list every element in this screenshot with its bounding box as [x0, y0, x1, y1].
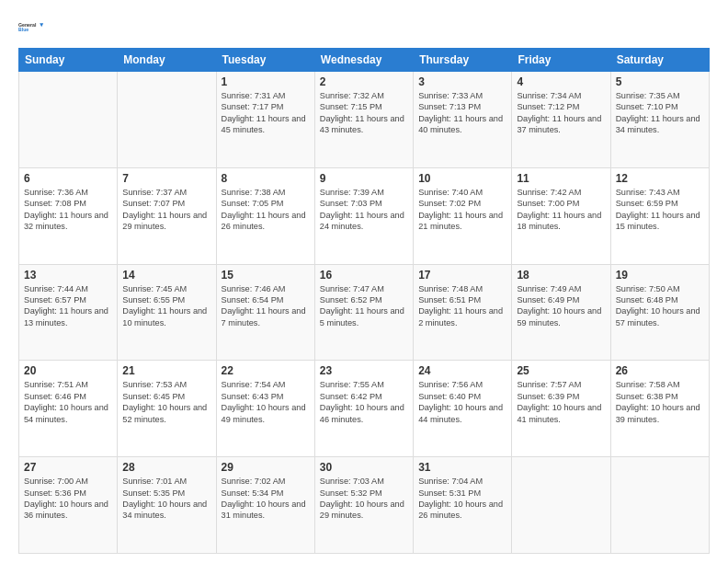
calendar-header-row: SundayMondayTuesdayWednesdayThursdayFrid…: [19, 49, 710, 72]
cell-sun-info: Sunrise: 7:56 AM Sunset: 6:40 PM Dayligh…: [418, 379, 506, 425]
day-number: 1: [222, 75, 310, 88]
calendar-cell: 28Sunrise: 7:01 AM Sunset: 5:35 PM Dayli…: [118, 457, 216, 554]
cell-sun-info: Sunrise: 7:38 AM Sunset: 7:05 PM Dayligh…: [222, 187, 310, 233]
day-number: 9: [320, 172, 408, 185]
day-number: 2: [320, 75, 408, 88]
calendar-cell: 20Sunrise: 7:51 AM Sunset: 6:46 PM Dayli…: [19, 361, 118, 457]
cell-sun-info: Sunrise: 7:45 AM Sunset: 6:55 PM Dayligh…: [122, 283, 210, 329]
cell-sun-info: Sunrise: 7:01 AM Sunset: 5:35 PM Dayligh…: [122, 476, 210, 522]
cell-sun-info: Sunrise: 7:37 AM Sunset: 7:07 PM Dayligh…: [122, 187, 210, 233]
calendar-cell: 17Sunrise: 7:48 AM Sunset: 6:51 PM Dayli…: [414, 264, 512, 361]
cell-sun-info: Sunrise: 7:54 AM Sunset: 6:43 PM Dayligh…: [222, 379, 310, 425]
cell-sun-info: Sunrise: 7:57 AM Sunset: 6:39 PM Dayligh…: [517, 379, 605, 425]
cell-sun-info: Sunrise: 7:33 AM Sunset: 7:13 PM Dayligh…: [418, 90, 506, 136]
week-row-1: 1Sunrise: 7:31 AM Sunset: 7:17 PM Daylig…: [19, 72, 710, 168]
calendar-cell: 15Sunrise: 7:46 AM Sunset: 6:54 PM Dayli…: [216, 264, 314, 361]
calendar-cell: 1Sunrise: 7:31 AM Sunset: 7:17 PM Daylig…: [216, 72, 314, 168]
calendar-cell: 16Sunrise: 7:47 AM Sunset: 6:52 PM Dayli…: [314, 264, 413, 361]
calendar-col-monday: Monday: [118, 49, 216, 72]
logo: GeneralBlue: [18, 15, 44, 40]
calendar-cell: [512, 457, 610, 554]
day-number: 28: [122, 461, 210, 474]
day-number: 5: [616, 75, 704, 88]
cell-sun-info: Sunrise: 7:44 AM Sunset: 6:57 PM Dayligh…: [24, 283, 112, 329]
cell-sun-info: Sunrise: 7:43 AM Sunset: 6:59 PM Dayligh…: [616, 187, 704, 233]
day-number: 20: [24, 364, 112, 377]
svg-text:Blue: Blue: [18, 27, 28, 32]
day-number: 19: [616, 269, 704, 282]
day-number: 6: [24, 172, 112, 185]
calendar-cell: [118, 72, 216, 168]
calendar-cell: 18Sunrise: 7:49 AM Sunset: 6:49 PM Dayli…: [512, 264, 610, 361]
calendar-cell: 22Sunrise: 7:54 AM Sunset: 6:43 PM Dayli…: [216, 361, 314, 457]
calendar-table: SundayMondayTuesdayWednesdayThursdayFrid…: [18, 48, 710, 554]
calendar-cell: [19, 72, 118, 168]
day-number: 31: [418, 461, 506, 474]
day-number: 7: [122, 172, 210, 185]
calendar-cell: 24Sunrise: 7:56 AM Sunset: 6:40 PM Dayli…: [414, 361, 512, 457]
day-number: 24: [418, 364, 506, 377]
day-number: 18: [517, 269, 605, 282]
day-number: 26: [616, 364, 704, 377]
calendar-cell: 29Sunrise: 7:02 AM Sunset: 5:34 PM Dayli…: [216, 457, 314, 554]
cell-sun-info: Sunrise: 7:04 AM Sunset: 5:31 PM Dayligh…: [418, 476, 506, 522]
calendar-cell: 26Sunrise: 7:58 AM Sunset: 6:38 PM Dayli…: [610, 361, 709, 457]
cell-sun-info: Sunrise: 7:49 AM Sunset: 6:49 PM Dayligh…: [517, 283, 605, 329]
cell-sun-info: Sunrise: 7:51 AM Sunset: 6:46 PM Dayligh…: [24, 379, 112, 425]
day-number: 4: [517, 75, 605, 88]
day-number: 11: [517, 172, 605, 185]
calendar-col-wednesday: Wednesday: [314, 49, 413, 72]
cell-sun-info: Sunrise: 7:47 AM Sunset: 6:52 PM Dayligh…: [320, 283, 408, 329]
cell-sun-info: Sunrise: 7:31 AM Sunset: 7:17 PM Dayligh…: [222, 90, 310, 136]
day-number: 23: [320, 364, 408, 377]
calendar-cell: 19Sunrise: 7:50 AM Sunset: 6:48 PM Dayli…: [610, 264, 709, 361]
day-number: 14: [122, 269, 210, 282]
day-number: 15: [222, 269, 310, 282]
cell-sun-info: Sunrise: 7:40 AM Sunset: 7:02 PM Dayligh…: [418, 187, 506, 233]
page: GeneralBlue SundayMondayTuesdayWednesday…: [0, 0, 728, 563]
day-number: 10: [418, 172, 506, 185]
week-row-2: 6Sunrise: 7:36 AM Sunset: 7:08 PM Daylig…: [19, 167, 710, 264]
day-number: 17: [418, 269, 506, 282]
day-number: 8: [222, 172, 310, 185]
svg-marker-2: [40, 23, 43, 27]
day-number: 21: [122, 364, 210, 377]
calendar-cell: 8Sunrise: 7:38 AM Sunset: 7:05 PM Daylig…: [216, 167, 314, 264]
calendar-cell: [610, 457, 709, 554]
day-number: 12: [616, 172, 704, 185]
calendar-col-tuesday: Tuesday: [216, 49, 314, 72]
cell-sun-info: Sunrise: 7:03 AM Sunset: 5:32 PM Dayligh…: [320, 476, 408, 522]
cell-sun-info: Sunrise: 7:02 AM Sunset: 5:34 PM Dayligh…: [222, 476, 310, 522]
calendar-cell: 23Sunrise: 7:55 AM Sunset: 6:42 PM Dayli…: [314, 361, 413, 457]
cell-sun-info: Sunrise: 7:00 AM Sunset: 5:36 PM Dayligh…: [24, 476, 112, 522]
logo-icon: GeneralBlue: [18, 15, 44, 40]
day-number: 25: [517, 364, 605, 377]
svg-text:General: General: [18, 22, 37, 28]
cell-sun-info: Sunrise: 7:39 AM Sunset: 7:03 PM Dayligh…: [320, 187, 408, 233]
cell-sun-info: Sunrise: 7:58 AM Sunset: 6:38 PM Dayligh…: [616, 379, 704, 425]
calendar-col-thursday: Thursday: [414, 49, 512, 72]
calendar-cell: 27Sunrise: 7:00 AM Sunset: 5:36 PM Dayli…: [19, 457, 118, 554]
cell-sun-info: Sunrise: 7:50 AM Sunset: 6:48 PM Dayligh…: [616, 283, 704, 329]
calendar-cell: 30Sunrise: 7:03 AM Sunset: 5:32 PM Dayli…: [314, 457, 413, 554]
day-number: 16: [320, 269, 408, 282]
calendar-col-friday: Friday: [512, 49, 610, 72]
cell-sun-info: Sunrise: 7:32 AM Sunset: 7:15 PM Dayligh…: [320, 90, 408, 136]
cell-sun-info: Sunrise: 7:55 AM Sunset: 6:42 PM Dayligh…: [320, 379, 408, 425]
calendar-cell: 10Sunrise: 7:40 AM Sunset: 7:02 PM Dayli…: [414, 167, 512, 264]
header: GeneralBlue: [18, 15, 710, 40]
week-row-4: 20Sunrise: 7:51 AM Sunset: 6:46 PM Dayli…: [19, 361, 710, 457]
calendar-cell: 3Sunrise: 7:33 AM Sunset: 7:13 PM Daylig…: [414, 72, 512, 168]
calendar-cell: 9Sunrise: 7:39 AM Sunset: 7:03 PM Daylig…: [314, 167, 413, 264]
cell-sun-info: Sunrise: 7:36 AM Sunset: 7:08 PM Dayligh…: [24, 187, 112, 233]
calendar-cell: 21Sunrise: 7:53 AM Sunset: 6:45 PM Dayli…: [118, 361, 216, 457]
calendar-cell: 7Sunrise: 7:37 AM Sunset: 7:07 PM Daylig…: [118, 167, 216, 264]
cell-sun-info: Sunrise: 7:48 AM Sunset: 6:51 PM Dayligh…: [418, 283, 506, 329]
cell-sun-info: Sunrise: 7:46 AM Sunset: 6:54 PM Dayligh…: [222, 283, 310, 329]
calendar-cell: 4Sunrise: 7:34 AM Sunset: 7:12 PM Daylig…: [512, 72, 610, 168]
calendar-cell: 13Sunrise: 7:44 AM Sunset: 6:57 PM Dayli…: [19, 264, 118, 361]
calendar-col-sunday: Sunday: [19, 49, 118, 72]
calendar-cell: 2Sunrise: 7:32 AM Sunset: 7:15 PM Daylig…: [314, 72, 413, 168]
day-number: 30: [320, 461, 408, 474]
calendar-cell: 12Sunrise: 7:43 AM Sunset: 6:59 PM Dayli…: [610, 167, 709, 264]
